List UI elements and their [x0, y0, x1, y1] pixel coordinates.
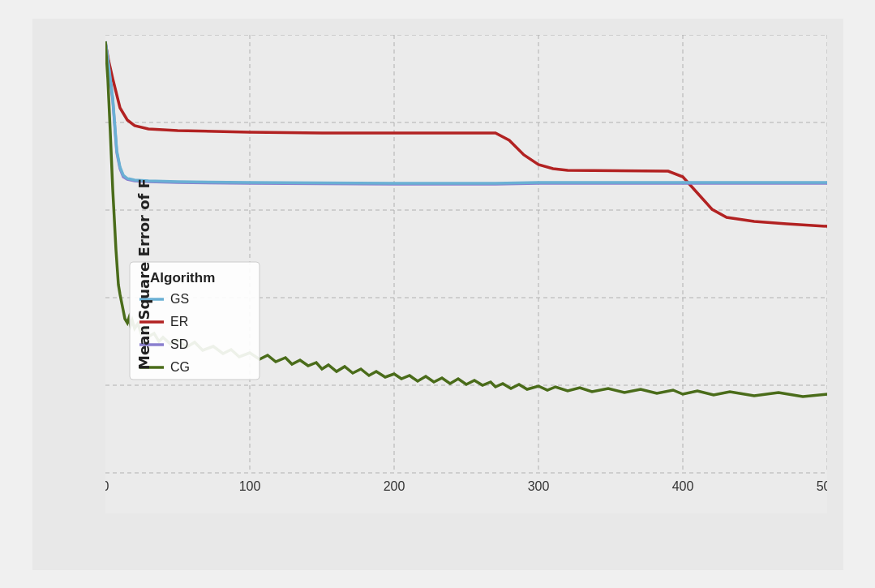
chart-area: Mean Square Error of F Iteration # [105, 35, 827, 513]
svg-text:0: 0 [105, 479, 109, 493]
y-axis-label: Mean Square Error of F [135, 178, 152, 370]
svg-text:ER: ER [170, 315, 188, 328]
svg-text:500: 500 [816, 479, 826, 493]
svg-text:Algorithm: Algorithm [150, 270, 215, 285]
chart-svg: 10⁻² 10⁻³ 10⁻⁴ 10⁻⁵ 10⁻⁶ 10⁻⁷ 0 100 200 … [105, 35, 827, 513]
svg-text:GS: GS [170, 292, 189, 306]
svg-text:SD: SD [170, 337, 188, 351]
chart-container: Mean Square Error of F Iteration # [32, 19, 843, 570]
svg-text:300: 300 [527, 479, 549, 493]
svg-text:100: 100 [238, 479, 260, 493]
svg-text:CG: CG [170, 360, 190, 374]
svg-text:400: 400 [671, 479, 693, 493]
svg-text:200: 200 [383, 479, 405, 493]
